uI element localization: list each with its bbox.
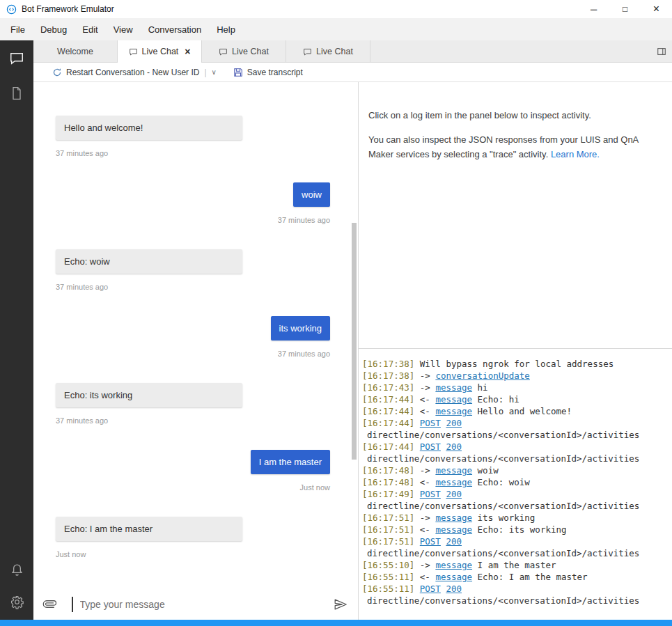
log-link[interactable]: message (435, 512, 472, 523)
log-entry[interactable]: [16:17:51] POST 200directline/conversati… (362, 535, 666, 559)
log-entry[interactable]: [16:17:38] Will bypass ngrok for local a… (362, 358, 666, 370)
log-timestamp[interactable]: [16:17:44] (362, 418, 414, 428)
restart-conversation-button[interactable]: Restart Conversation - New User ID (52, 68, 199, 77)
log-link[interactable]: message (435, 406, 472, 416)
log-timestamp[interactable]: [16:17:43] (362, 382, 414, 393)
log-entry[interactable]: [16:17:43] -> message hi (362, 382, 666, 393)
message-input[interactable] (80, 599, 327, 610)
log-link[interactable]: POST (420, 536, 441, 547)
log-link[interactable]: POST (420, 584, 441, 594)
message-timestamp: Just now (56, 550, 330, 558)
tab-live-chat-1[interactable]: Live Chat× (118, 40, 202, 63)
status-bar (0, 620, 672, 626)
log-link[interactable]: POST (420, 489, 441, 499)
log-timestamp[interactable]: [16:17:44] (362, 441, 414, 452)
log-entry[interactable]: [16:55:11] <- message Echo: I am the mas… (362, 571, 666, 583)
log-link[interactable]: 200 (446, 489, 462, 499)
sidebar-conversations-button[interactable] (8, 50, 25, 67)
log-timestamp[interactable]: [16:17:44] (362, 394, 414, 405)
chat-message-bubble[interactable]: Hello and welcome! (56, 116, 242, 140)
sidebar-settings-button[interactable] (8, 593, 25, 610)
log-link[interactable]: POST (420, 418, 441, 428)
nav-rail (0, 40, 33, 620)
log-entry[interactable]: [16:17:44] <- message Hello and welcome! (362, 405, 666, 417)
log-timestamp[interactable]: [16:55:11] (362, 584, 414, 594)
log-timestamp[interactable]: [16:17:38] (362, 370, 414, 381)
log-entry[interactable]: [16:17:48] <- message Echo: woiw (362, 476, 666, 488)
chat-scrollbar-thumb[interactable] (352, 223, 357, 460)
tab-label: Live Chat (142, 47, 179, 56)
tab-welcome-0[interactable]: Welcome (33, 40, 118, 63)
log-link[interactable]: message (435, 560, 472, 570)
tab-bar: WelcomeLive Chat×Live ChatLive Chat (33, 40, 672, 63)
log-link[interactable]: 200 (446, 418, 462, 428)
menu-item-conversation[interactable]: Conversation (141, 18, 210, 40)
log-entry[interactable]: [16:17:51] <- message Echo: its working (362, 524, 666, 535)
menu-item-view[interactable]: View (106, 18, 141, 40)
log-text: I am the master (472, 560, 556, 570)
log-timestamp[interactable]: [16:17:51] (362, 536, 414, 547)
menu-item-edit[interactable]: Edit (75, 18, 105, 40)
log-timestamp[interactable]: [16:17:44] (362, 406, 414, 416)
menu-item-file[interactable]: File (3, 18, 33, 40)
log-link[interactable]: message (435, 465, 472, 476)
chat-message-bubble[interactable]: its working (271, 316, 330, 341)
chevron-down-icon[interactable]: ∨ (212, 68, 217, 76)
sidebar-notifications-button[interactable] (8, 561, 25, 578)
log-timestamp[interactable]: [16:55:10] (362, 560, 414, 570)
log-timestamp[interactable]: [16:17:48] (362, 465, 414, 476)
learn-more-link[interactable]: Learn More. (551, 149, 600, 159)
log-link[interactable]: 200 (446, 536, 462, 547)
log-line: [16:17:44] POST 200 (362, 441, 666, 453)
tab-live-chat-3[interactable]: Live Chat (286, 40, 370, 63)
log-line: [16:17:51] POST 200 (362, 535, 666, 547)
log-timestamp[interactable]: [16:17:51] (362, 524, 414, 535)
close-button[interactable]: × (641, 0, 672, 18)
log-entry[interactable]: [16:17:44] POST 200directline/conversati… (362, 441, 666, 464)
panel-layout-icon[interactable] (651, 40, 672, 63)
log-entry[interactable]: [16:17:51] -> message its working (362, 512, 666, 524)
log-entry[interactable]: [16:17:38] -> conversationUpdate (362, 370, 666, 382)
log-entry[interactable]: [16:17:49] POST 200directline/conversati… (362, 488, 666, 512)
restart-icon (52, 68, 62, 77)
log-entry[interactable]: [16:55:11] POST 200directline/conversati… (362, 583, 666, 607)
chat-panel: Hello and welcome!37 minutes agowoiw37 m… (33, 82, 359, 620)
close-tab-icon[interactable]: × (185, 46, 190, 57)
log-entry[interactable]: [16:55:10] -> message I am the master (362, 559, 666, 571)
log-link[interactable]: POST (420, 441, 441, 452)
chat-message-bubble[interactable]: Echo: I am the master (56, 517, 242, 541)
log-link[interactable]: message (435, 524, 472, 535)
send-icon[interactable] (333, 597, 348, 612)
log-timestamp[interactable]: [16:17:49] (362, 489, 414, 499)
chat-message-bubble[interactable]: Echo: its working (56, 383, 242, 407)
log-link[interactable]: message (435, 394, 472, 405)
log-link[interactable]: 200 (446, 441, 462, 452)
nav-rail-bottom (8, 561, 25, 611)
log-entry[interactable]: [16:17:44] <- message Echo: hi (362, 393, 666, 405)
log-link[interactable]: 200 (446, 584, 462, 594)
log-url-text: directline/conversations/<conversationId… (362, 500, 666, 512)
save-transcript-button[interactable]: Save transcript (233, 68, 303, 77)
menu-item-debug[interactable]: Debug (33, 18, 75, 40)
sidebar-resources-button[interactable] (8, 85, 25, 102)
log-entry[interactable]: [16:17:44] POST 200directline/conversati… (362, 417, 666, 441)
log-line: [16:17:51] -> message its working (362, 512, 666, 524)
chat-message-bubble[interactable]: I am the master (251, 450, 330, 474)
paperclip-icon[interactable] (43, 597, 56, 611)
tab-live-chat-2[interactable]: Live Chat (202, 40, 286, 63)
minimize-button[interactable]: ─ (578, 0, 609, 18)
log-link[interactable]: message (435, 477, 472, 487)
menu-item-help[interactable]: Help (209, 18, 243, 40)
log-timestamp[interactable]: [16:17:51] (362, 512, 414, 523)
log-timestamp[interactable]: [16:17:48] (362, 477, 414, 487)
log-link[interactable]: message (435, 572, 472, 582)
log-entry[interactable]: [16:17:48] -> message woiw (362, 464, 666, 476)
maximize-button[interactable]: □ (609, 0, 641, 18)
chat-message-bubble[interactable]: woiw (293, 182, 330, 207)
log-link[interactable]: conversationUpdate (435, 370, 529, 381)
body-row: WelcomeLive Chat×Live ChatLive Chat Rest… (0, 40, 672, 620)
chat-message-bubble[interactable]: Echo: woiw (56, 249, 242, 274)
log-timestamp[interactable]: [16:55:11] (362, 572, 414, 582)
log-timestamp[interactable]: [16:17:38] (362, 359, 414, 369)
log-link[interactable]: message (435, 382, 472, 393)
